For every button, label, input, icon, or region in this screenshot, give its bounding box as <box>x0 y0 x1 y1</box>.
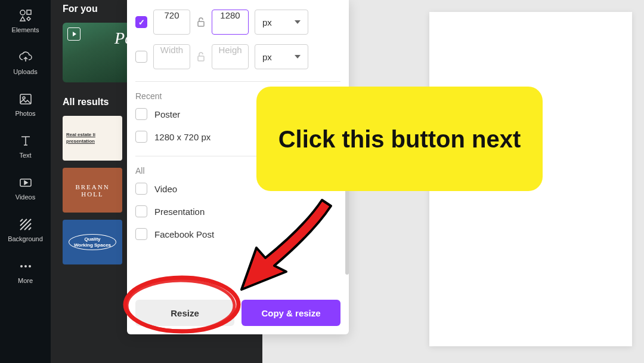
svg-point-7 <box>29 265 31 267</box>
svg-point-3 <box>23 97 25 99</box>
svg-rect-9 <box>198 56 204 61</box>
annotation-callout: Click this button next <box>256 87 543 191</box>
left-sidebar: Elements Uploads Photos Text Videos Back… <box>0 0 51 363</box>
dimension-checkbox[interactable] <box>135 51 147 63</box>
text-icon <box>18 134 33 148</box>
unit-select[interactable]: px <box>255 44 308 69</box>
photos-icon <box>18 92 33 106</box>
option-checkbox[interactable] <box>135 228 147 240</box>
template-thumbnail[interactable]: QualityWorking Spaces <box>63 220 122 264</box>
option-checkbox[interactable] <box>135 205 147 217</box>
sidebar-item-photos[interactable]: Photos <box>0 84 51 125</box>
chevron-down-icon <box>295 55 301 59</box>
uploads-icon <box>18 50 33 64</box>
sidebar-label: More <box>18 277 33 284</box>
videos-icon <box>18 176 33 190</box>
annotation-arrow <box>236 197 349 299</box>
svg-point-0 <box>20 10 25 15</box>
template-thumbnail[interactable]: BREANN HOLL <box>63 168 122 213</box>
width-input[interactable]: 720 <box>153 10 190 35</box>
svg-point-5 <box>20 265 23 267</box>
lock-icon[interactable] <box>196 52 206 61</box>
sidebar-label: Photos <box>15 110 35 117</box>
lock-icon[interactable] <box>196 17 206 27</box>
svg-rect-8 <box>198 21 204 26</box>
annotation-text: Click this button next <box>278 124 521 155</box>
option-checkbox[interactable] <box>135 131 147 143</box>
template-thumbnail[interactable]: Real estate li presentation <box>63 116 122 161</box>
chevron-down-icon <box>295 20 301 24</box>
sidebar-item-text[interactable]: Text <box>0 125 51 167</box>
background-icon <box>18 217 33 232</box>
height-input[interactable]: Heigh <box>212 44 249 69</box>
dimension-row-2: Width Heigh px <box>135 44 340 69</box>
divider <box>135 81 340 82</box>
svg-point-6 <box>24 265 27 267</box>
play-icon <box>67 27 80 41</box>
svg-rect-1 <box>27 10 31 14</box>
elements-icon <box>18 8 33 23</box>
unit-select[interactable]: px <box>255 10 308 35</box>
sidebar-item-videos[interactable]: Videos <box>0 167 51 209</box>
resize-button[interactable]: Resize <box>135 300 234 326</box>
option-checkbox[interactable] <box>135 108 147 120</box>
width-input[interactable]: Width <box>153 44 190 69</box>
more-icon <box>18 259 33 273</box>
sidebar-item-more[interactable]: More <box>0 251 51 293</box>
sidebar-item-background[interactable]: Background <box>0 209 51 251</box>
dimension-checkbox[interactable] <box>135 16 147 28</box>
sidebar-label: Text <box>19 152 31 159</box>
sidebar-label: Uploads <box>13 68 37 75</box>
sidebar-label: Background <box>8 235 43 242</box>
height-input[interactable]: 1280 <box>212 10 249 35</box>
copy-and-resize-button[interactable]: Copy & resize <box>242 300 340 326</box>
sidebar-label: Elements <box>12 26 39 33</box>
option-checkbox[interactable] <box>135 183 147 195</box>
sidebar-item-elements[interactable]: Elements <box>0 0 51 42</box>
sidebar-label: Videos <box>16 193 35 201</box>
dimension-row-1: 720 1280 px <box>135 10 340 35</box>
sidebar-item-uploads[interactable]: Uploads <box>0 42 51 84</box>
